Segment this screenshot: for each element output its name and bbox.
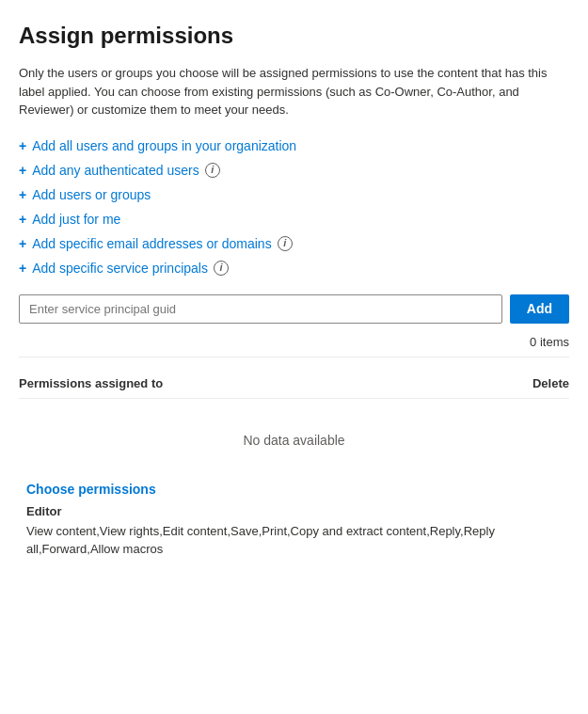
col-permissions-assigned-to: Permissions assigned to xyxy=(19,376,163,390)
action-link-all-org[interactable]: +Add all users and groups in your organi… xyxy=(19,138,296,153)
col-delete: Delete xyxy=(532,376,569,390)
divider-top xyxy=(19,357,569,357)
action-label-service-principals: Add specific service principals xyxy=(32,261,208,276)
permissions-section: Choose permissions Editor View content,V… xyxy=(19,482,569,559)
plus-icon: + xyxy=(19,261,26,276)
action-label-just-me: Add just for me xyxy=(32,212,120,227)
action-label-users-groups: Add users or groups xyxy=(32,187,151,202)
plus-icon: + xyxy=(19,163,26,178)
action-link-users-groups[interactable]: +Add users or groups xyxy=(19,187,151,202)
plus-icon: + xyxy=(19,187,26,202)
choose-permissions-link[interactable]: Choose permissions xyxy=(26,482,156,497)
plus-icon: + xyxy=(19,212,26,227)
permission-detail: View content,View rights,Edit content,Sa… xyxy=(26,522,569,559)
plus-icon: + xyxy=(19,138,26,153)
action-item-service-principals: +Add specific service principalsi xyxy=(19,261,569,276)
action-list: +Add all users and groups in your organi… xyxy=(19,138,569,276)
no-data-message: No data available xyxy=(19,414,569,467)
service-principal-input-row: Add xyxy=(19,294,569,324)
table-header: Permissions assigned to Delete xyxy=(19,369,569,399)
plus-icon: + xyxy=(19,236,26,251)
action-link-just-me[interactable]: +Add just for me xyxy=(19,212,120,227)
permission-name: Editor xyxy=(26,504,569,518)
action-link-authenticated[interactable]: +Add any authenticated usersi xyxy=(19,163,220,178)
action-item-just-me: +Add just for me xyxy=(19,212,569,227)
action-label-email-domains: Add specific email addresses or domains xyxy=(32,236,271,251)
info-icon[interactable]: i xyxy=(205,163,220,178)
action-item-authenticated: +Add any authenticated usersi xyxy=(19,163,569,178)
action-link-email-domains[interactable]: +Add specific email addresses or domains… xyxy=(19,236,293,251)
action-label-all-org: Add all users and groups in your organiz… xyxy=(32,138,296,153)
info-icon[interactable]: i xyxy=(214,261,229,276)
action-link-service-principals[interactable]: +Add specific service principalsi xyxy=(19,261,229,276)
page-title: Assign permissions xyxy=(19,23,569,49)
action-label-authenticated: Add any authenticated users xyxy=(32,163,199,178)
info-icon[interactable]: i xyxy=(278,236,293,251)
add-button[interactable]: Add xyxy=(510,294,569,324)
action-item-users-groups: +Add users or groups xyxy=(19,187,569,202)
items-count: 0 items xyxy=(19,335,569,349)
action-item-email-domains: +Add specific email addresses or domains… xyxy=(19,236,569,251)
page-description: Only the users or groups you choose will… xyxy=(19,64,569,119)
action-item-all-org: +Add all users and groups in your organi… xyxy=(19,138,569,153)
service-principal-input[interactable] xyxy=(19,294,502,324)
